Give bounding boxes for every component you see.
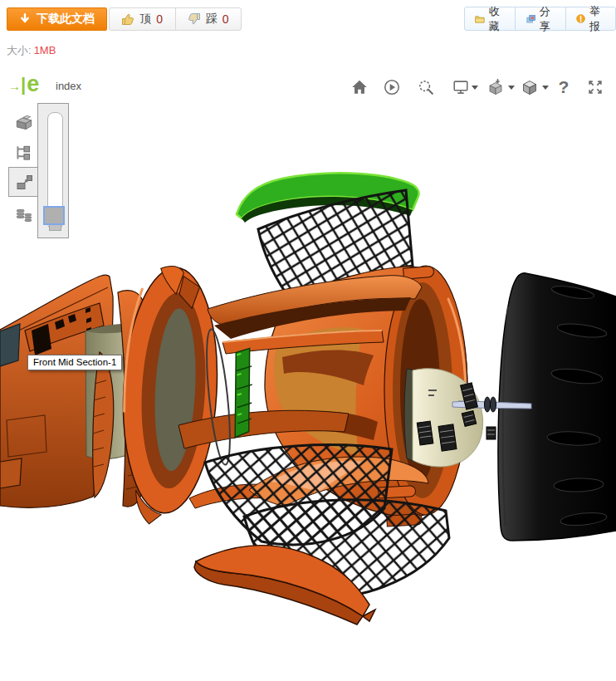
download-button[interactable]: 下载此文档 [7, 7, 107, 31]
vote-down-label: 踩 [206, 12, 218, 27]
zoom-button[interactable] [416, 77, 436, 97]
component-icon [13, 112, 35, 134]
assembly-tree-icon [13, 143, 35, 164]
fullscreen-button[interactable] [585, 77, 605, 97]
home-view-button[interactable] [350, 77, 369, 97]
play-icon [383, 78, 401, 96]
edrawings-logo: → | e [8, 73, 39, 95]
vote-down-count: 0 [222, 12, 229, 26]
display-mode-button[interactable] [451, 77, 471, 97]
play-animation-button[interactable] [382, 77, 402, 97]
thumb-up-icon [121, 12, 134, 26]
report-label: 举报 [589, 4, 605, 34]
thread-tool-button[interactable] [13, 204, 35, 226]
model-part-motor[interactable] [404, 369, 491, 467]
doc-size-label: 大小: [7, 44, 32, 56]
explode-slider-thumb[interactable] [43, 206, 65, 225]
doc-size: 大小:1MB [7, 43, 56, 58]
section-box-icon [486, 77, 506, 97]
thread-icon [13, 204, 35, 226]
favorite-label: 收藏 [489, 4, 505, 34]
zoom-magnifier-icon [417, 78, 435, 96]
favorite-button[interactable]: 收藏 [465, 7, 515, 30]
view-orientation-caret [542, 86, 549, 90]
share-label: 分享 [540, 4, 555, 34]
vote-up-count: 0 [156, 12, 163, 26]
folder-icon [475, 13, 485, 25]
doc-size-value: 1MB [34, 44, 56, 56]
logo-bar: | [21, 75, 26, 95]
action-group: 收藏 分享 举报 [464, 7, 616, 31]
fullscreen-icon [586, 78, 604, 96]
thumb-down-icon [188, 12, 201, 26]
monitor-icon [452, 78, 470, 96]
assembly-tree-tool-button[interactable] [13, 143, 35, 164]
document-name: index [56, 80, 81, 92]
download-arrow-icon [19, 13, 31, 25]
download-label: 下载此文档 [37, 12, 95, 27]
share-button[interactable]: 分享 [515, 7, 565, 30]
logo-arrow: → [8, 78, 21, 95]
explode-section-button[interactable] [486, 77, 506, 97]
explode-section-caret [508, 86, 515, 90]
report-warning-icon [576, 12, 585, 25]
report-button[interactable]: 举报 [565, 7, 615, 30]
explode-tool-button[interactable] [15, 172, 37, 194]
vote-down-button[interactable]: 踩 0 [175, 8, 242, 30]
explode-icon [15, 172, 35, 192]
component-tool-button[interactable] [13, 112, 35, 134]
model-canvas[interactable] [0, 0, 616, 681]
view-orientation-button[interactable] [520, 77, 540, 97]
share-icon [526, 12, 535, 26]
logo-letter: e [27, 73, 39, 95]
part-tooltip: Front Mid Section-1 [27, 355, 122, 370]
help-button[interactable]: ? [554, 77, 574, 97]
cube-icon [520, 77, 540, 97]
home-icon [350, 78, 369, 96]
help-icon: ? [559, 77, 570, 97]
vote-group: 顶 0 踩 0 [109, 7, 242, 31]
vote-up-label: 顶 [139, 12, 151, 27]
vote-up-button[interactable]: 顶 0 [110, 8, 175, 30]
display-mode-caret [472, 86, 478, 90]
